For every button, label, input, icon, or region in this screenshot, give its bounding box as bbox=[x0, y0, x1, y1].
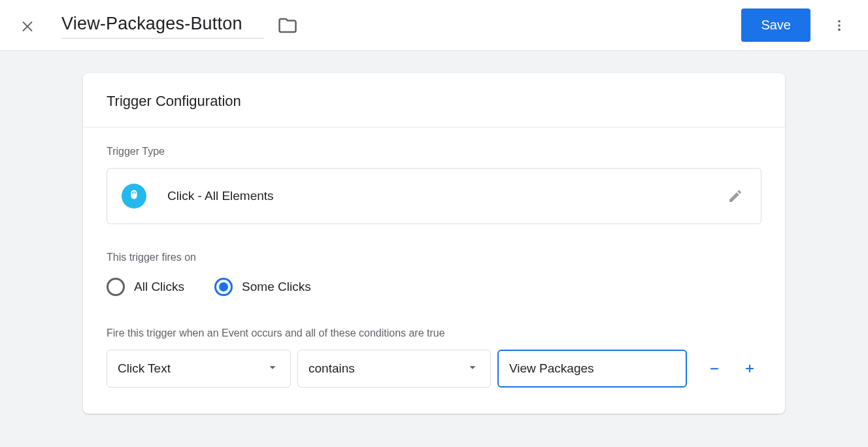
pencil-icon bbox=[727, 188, 743, 204]
edit-trigger-type-button[interactable] bbox=[727, 188, 744, 205]
condition-variable-value: Click Text bbox=[118, 361, 171, 376]
conditions-section: Fire this trigger when an Event occurs a… bbox=[107, 327, 761, 388]
condition-value-input[interactable] bbox=[497, 350, 687, 388]
trigger-type-selector[interactable]: Click - All Elements bbox=[107, 168, 761, 224]
trigger-name-input[interactable] bbox=[61, 12, 264, 39]
chevron-down-icon bbox=[465, 360, 480, 377]
minus-icon bbox=[708, 362, 721, 375]
radio-icon bbox=[214, 278, 233, 296]
svg-point-1 bbox=[838, 24, 841, 27]
header-bar: Save bbox=[0, 0, 868, 51]
svg-rect-3 bbox=[710, 368, 718, 369]
radio-icon bbox=[107, 278, 125, 296]
content-area: Trigger Configuration Trigger Type Click… bbox=[0, 51, 868, 447]
fires-on-section: This trigger fires on All Clicks Some Cl… bbox=[107, 252, 761, 296]
save-button[interactable]: Save bbox=[741, 8, 810, 42]
remove-condition-button[interactable] bbox=[703, 354, 726, 383]
condition-row: Click Text contains bbox=[107, 350, 761, 388]
radio-all-clicks[interactable]: All Clicks bbox=[107, 278, 184, 296]
folder-button[interactable] bbox=[276, 14, 299, 37]
card-title: Trigger Configuration bbox=[107, 93, 761, 110]
card-header: Trigger Configuration bbox=[83, 73, 785, 127]
radio-some-label: Some Clicks bbox=[242, 280, 311, 294]
close-button[interactable] bbox=[17, 15, 38, 36]
radio-all-label: All Clicks bbox=[134, 280, 184, 294]
trigger-type-value: Click - All Elements bbox=[167, 189, 274, 203]
fires-on-options: All Clicks Some Clicks bbox=[107, 278, 761, 296]
trigger-config-card: Trigger Configuration Trigger Type Click… bbox=[83, 73, 785, 414]
svg-point-0 bbox=[838, 20, 841, 22]
condition-variable-select[interactable]: Click Text bbox=[107, 350, 291, 388]
condition-operator-value: contains bbox=[309, 361, 355, 376]
chevron-down-icon bbox=[265, 360, 280, 377]
fires-on-label: This trigger fires on bbox=[107, 252, 761, 263]
more-menu-button[interactable] bbox=[829, 15, 850, 36]
more-vert-icon bbox=[832, 18, 846, 33]
conditions-label: Fire this trigger when an Event occurs a… bbox=[107, 327, 761, 339]
card-body: Trigger Type Click - All Elements This t… bbox=[83, 127, 785, 414]
trigger-type-label: Trigger Type bbox=[107, 146, 761, 157]
close-icon bbox=[20, 18, 35, 33]
folder-icon bbox=[278, 16, 297, 35]
condition-operator-select[interactable]: contains bbox=[297, 350, 491, 388]
plus-icon bbox=[743, 362, 756, 375]
svg-rect-5 bbox=[749, 365, 750, 372]
radio-some-clicks[interactable]: Some Clicks bbox=[214, 278, 311, 296]
svg-point-2 bbox=[838, 28, 841, 31]
click-icon bbox=[122, 184, 146, 208]
add-condition-button[interactable] bbox=[738, 354, 761, 383]
